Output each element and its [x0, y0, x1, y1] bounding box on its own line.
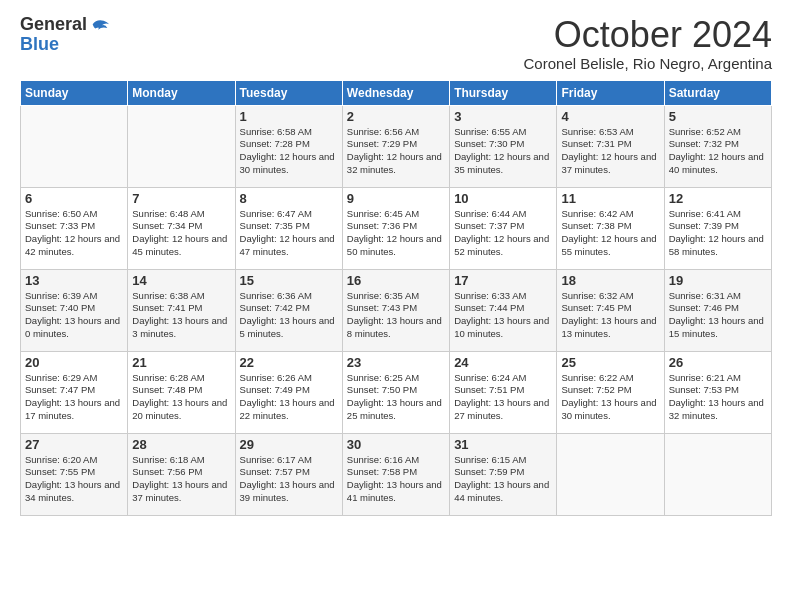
day-number: 27: [25, 437, 123, 452]
day-info: Sunrise: 6:15 AM Sunset: 7:59 PM Dayligh…: [454, 454, 552, 505]
title-block: October 2024 Coronel Belisle, Rio Negro,…: [524, 15, 772, 72]
calendar-header-wednesday: Wednesday: [342, 80, 449, 105]
day-number: 15: [240, 273, 338, 288]
logo-bird-icon: [89, 17, 111, 39]
calendar-header-sunday: Sunday: [21, 80, 128, 105]
day-number: 3: [454, 109, 552, 124]
calendar-cell: 23Sunrise: 6:25 AM Sunset: 7:50 PM Dayli…: [342, 351, 449, 433]
calendar-week-1: 1Sunrise: 6:58 AM Sunset: 7:28 PM Daylig…: [21, 105, 772, 187]
calendar-cell: 17Sunrise: 6:33 AM Sunset: 7:44 PM Dayli…: [450, 269, 557, 351]
day-number: 14: [132, 273, 230, 288]
day-number: 13: [25, 273, 123, 288]
day-info: Sunrise: 6:38 AM Sunset: 7:41 PM Dayligh…: [132, 290, 230, 341]
calendar-cell: 10Sunrise: 6:44 AM Sunset: 7:37 PM Dayli…: [450, 187, 557, 269]
day-info: Sunrise: 6:42 AM Sunset: 7:38 PM Dayligh…: [561, 208, 659, 259]
day-info: Sunrise: 6:29 AM Sunset: 7:47 PM Dayligh…: [25, 372, 123, 423]
day-number: 17: [454, 273, 552, 288]
day-number: 23: [347, 355, 445, 370]
day-number: 7: [132, 191, 230, 206]
calendar-cell: 8Sunrise: 6:47 AM Sunset: 7:35 PM Daylig…: [235, 187, 342, 269]
calendar-cell: 26Sunrise: 6:21 AM Sunset: 7:53 PM Dayli…: [664, 351, 771, 433]
day-number: 2: [347, 109, 445, 124]
day-info: Sunrise: 6:24 AM Sunset: 7:51 PM Dayligh…: [454, 372, 552, 423]
calendar-week-3: 13Sunrise: 6:39 AM Sunset: 7:40 PM Dayli…: [21, 269, 772, 351]
day-info: Sunrise: 6:52 AM Sunset: 7:32 PM Dayligh…: [669, 126, 767, 177]
calendar-cell: 19Sunrise: 6:31 AM Sunset: 7:46 PM Dayli…: [664, 269, 771, 351]
day-info: Sunrise: 6:41 AM Sunset: 7:39 PM Dayligh…: [669, 208, 767, 259]
calendar-cell: [557, 433, 664, 515]
calendar-cell: 24Sunrise: 6:24 AM Sunset: 7:51 PM Dayli…: [450, 351, 557, 433]
calendar-cell: [664, 433, 771, 515]
calendar-week-5: 27Sunrise: 6:20 AM Sunset: 7:55 PM Dayli…: [21, 433, 772, 515]
day-number: 31: [454, 437, 552, 452]
day-info: Sunrise: 6:39 AM Sunset: 7:40 PM Dayligh…: [25, 290, 123, 341]
calendar-cell: 31Sunrise: 6:15 AM Sunset: 7:59 PM Dayli…: [450, 433, 557, 515]
day-info: Sunrise: 6:53 AM Sunset: 7:31 PM Dayligh…: [561, 126, 659, 177]
calendar-week-4: 20Sunrise: 6:29 AM Sunset: 7:47 PM Dayli…: [21, 351, 772, 433]
calendar-cell: 14Sunrise: 6:38 AM Sunset: 7:41 PM Dayli…: [128, 269, 235, 351]
calendar-cell: 18Sunrise: 6:32 AM Sunset: 7:45 PM Dayli…: [557, 269, 664, 351]
day-info: Sunrise: 6:28 AM Sunset: 7:48 PM Dayligh…: [132, 372, 230, 423]
calendar-cell: 28Sunrise: 6:18 AM Sunset: 7:56 PM Dayli…: [128, 433, 235, 515]
day-number: 18: [561, 273, 659, 288]
calendar-cell: 21Sunrise: 6:28 AM Sunset: 7:48 PM Dayli…: [128, 351, 235, 433]
day-info: Sunrise: 6:21 AM Sunset: 7:53 PM Dayligh…: [669, 372, 767, 423]
day-number: 6: [25, 191, 123, 206]
day-info: Sunrise: 6:33 AM Sunset: 7:44 PM Dayligh…: [454, 290, 552, 341]
day-info: Sunrise: 6:47 AM Sunset: 7:35 PM Dayligh…: [240, 208, 338, 259]
calendar-cell: 29Sunrise: 6:17 AM Sunset: 7:57 PM Dayli…: [235, 433, 342, 515]
calendar-cell: 22Sunrise: 6:26 AM Sunset: 7:49 PM Dayli…: [235, 351, 342, 433]
day-info: Sunrise: 6:58 AM Sunset: 7:28 PM Dayligh…: [240, 126, 338, 177]
logo: General Blue: [20, 15, 111, 55]
calendar-cell: 16Sunrise: 6:35 AM Sunset: 7:43 PM Dayli…: [342, 269, 449, 351]
calendar-cell: 20Sunrise: 6:29 AM Sunset: 7:47 PM Dayli…: [21, 351, 128, 433]
day-number: 24: [454, 355, 552, 370]
calendar-header-monday: Monday: [128, 80, 235, 105]
day-info: Sunrise: 6:25 AM Sunset: 7:50 PM Dayligh…: [347, 372, 445, 423]
day-info: Sunrise: 6:55 AM Sunset: 7:30 PM Dayligh…: [454, 126, 552, 177]
day-info: Sunrise: 6:26 AM Sunset: 7:49 PM Dayligh…: [240, 372, 338, 423]
day-info: Sunrise: 6:22 AM Sunset: 7:52 PM Dayligh…: [561, 372, 659, 423]
calendar-cell: 7Sunrise: 6:48 AM Sunset: 7:34 PM Daylig…: [128, 187, 235, 269]
day-info: Sunrise: 6:32 AM Sunset: 7:45 PM Dayligh…: [561, 290, 659, 341]
calendar-cell: 2Sunrise: 6:56 AM Sunset: 7:29 PM Daylig…: [342, 105, 449, 187]
calendar-week-2: 6Sunrise: 6:50 AM Sunset: 7:33 PM Daylig…: [21, 187, 772, 269]
day-number: 30: [347, 437, 445, 452]
calendar-cell: 13Sunrise: 6:39 AM Sunset: 7:40 PM Dayli…: [21, 269, 128, 351]
main-title: October 2024: [524, 15, 772, 55]
day-number: 19: [669, 273, 767, 288]
day-info: Sunrise: 6:48 AM Sunset: 7:34 PM Dayligh…: [132, 208, 230, 259]
calendar-cell: 6Sunrise: 6:50 AM Sunset: 7:33 PM Daylig…: [21, 187, 128, 269]
day-number: 29: [240, 437, 338, 452]
day-info: Sunrise: 6:36 AM Sunset: 7:42 PM Dayligh…: [240, 290, 338, 341]
calendar-cell: 1Sunrise: 6:58 AM Sunset: 7:28 PM Daylig…: [235, 105, 342, 187]
calendar-header-saturday: Saturday: [664, 80, 771, 105]
day-number: 9: [347, 191, 445, 206]
day-info: Sunrise: 6:16 AM Sunset: 7:58 PM Dayligh…: [347, 454, 445, 505]
calendar-cell: [21, 105, 128, 187]
day-info: Sunrise: 6:31 AM Sunset: 7:46 PM Dayligh…: [669, 290, 767, 341]
calendar-cell: 3Sunrise: 6:55 AM Sunset: 7:30 PM Daylig…: [450, 105, 557, 187]
day-number: 21: [132, 355, 230, 370]
day-info: Sunrise: 6:56 AM Sunset: 7:29 PM Dayligh…: [347, 126, 445, 177]
calendar-header-friday: Friday: [557, 80, 664, 105]
day-number: 5: [669, 109, 767, 124]
calendar-cell: 4Sunrise: 6:53 AM Sunset: 7:31 PM Daylig…: [557, 105, 664, 187]
day-number: 4: [561, 109, 659, 124]
day-info: Sunrise: 6:17 AM Sunset: 7:57 PM Dayligh…: [240, 454, 338, 505]
day-number: 8: [240, 191, 338, 206]
calendar-header-tuesday: Tuesday: [235, 80, 342, 105]
calendar-cell: 27Sunrise: 6:20 AM Sunset: 7:55 PM Dayli…: [21, 433, 128, 515]
calendar-header-row: SundayMondayTuesdayWednesdayThursdayFrid…: [21, 80, 772, 105]
day-number: 11: [561, 191, 659, 206]
day-info: Sunrise: 6:44 AM Sunset: 7:37 PM Dayligh…: [454, 208, 552, 259]
page: General Blue October 2024 Coronel Belisl…: [0, 0, 792, 612]
day-number: 25: [561, 355, 659, 370]
calendar-header-thursday: Thursday: [450, 80, 557, 105]
calendar-cell: [128, 105, 235, 187]
header: General Blue October 2024 Coronel Belisl…: [20, 15, 772, 72]
calendar-cell: 30Sunrise: 6:16 AM Sunset: 7:58 PM Dayli…: [342, 433, 449, 515]
calendar-cell: 12Sunrise: 6:41 AM Sunset: 7:39 PM Dayli…: [664, 187, 771, 269]
day-info: Sunrise: 6:18 AM Sunset: 7:56 PM Dayligh…: [132, 454, 230, 505]
day-number: 1: [240, 109, 338, 124]
